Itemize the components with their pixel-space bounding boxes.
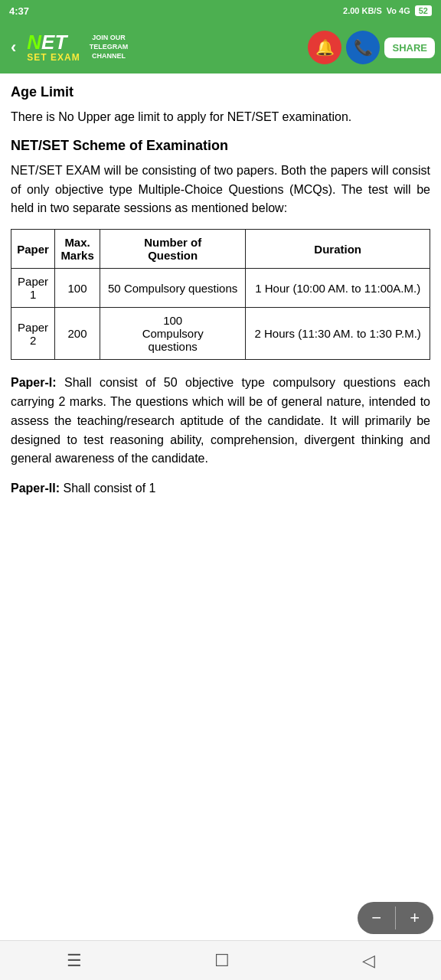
- age-limit-title: Age Limit: [11, 84, 430, 100]
- telegram-label: JOIN OUR TELEGRAM CHANNEL: [90, 34, 129, 60]
- zoom-out-button[interactable]: −: [358, 902, 395, 934]
- paper1-name: Paper1: [11, 269, 55, 308]
- signal-indicator: Vo 4G: [387, 6, 410, 15]
- scheme-text: NET/SET EXAM will be consisting of two p…: [11, 162, 430, 218]
- status-time: 4:37: [9, 5, 29, 17]
- logo-container: NET SET EXAM: [27, 32, 80, 63]
- status-right: 2.00 KB/S Vo 4G 52: [343, 5, 432, 16]
- paper1-marks: 100: [55, 269, 100, 308]
- paper2-duration: 2 Hours (11:30 AM. to 1:30 P.M.): [246, 308, 430, 360]
- logo-subtitle: SET EXAM: [27, 52, 80, 63]
- paper1-title-inline: Paper-I:: [11, 376, 57, 389]
- paper2-name: Paper2: [11, 308, 55, 360]
- zoom-controls: − +: [358, 902, 433, 934]
- telegram-line1: JOIN OUR: [92, 34, 126, 43]
- share-button[interactable]: SHARE: [384, 38, 435, 58]
- bottom-navigation: ☰ ☐ ◁: [0, 940, 441, 980]
- age-limit-text: There is No Upper age limit to apply for…: [11, 108, 430, 127]
- logo-et: ET: [41, 31, 67, 54]
- table-header-row: Paper Max.Marks Number ofQuestion Durati…: [11, 230, 430, 269]
- col-paper: Paper: [11, 230, 55, 269]
- back-button[interactable]: ‹: [6, 38, 21, 57]
- back-nav-icon[interactable]: ◁: [362, 951, 375, 971]
- paper1-body: Shall consist of 50 objective type compu…: [11, 376, 430, 465]
- network-speed: 2.00 KB/S: [343, 6, 382, 15]
- menu-icon[interactable]: ☰: [67, 951, 82, 971]
- battery-indicator: 52: [415, 5, 432, 16]
- exam-scheme-table: Paper Max.Marks Number ofQuestion Durati…: [11, 229, 430, 360]
- col-marks: Max.Marks: [55, 230, 100, 269]
- paper2-title-inline: Paper-II:: [11, 482, 60, 495]
- header-icons: 🔔 📞 SHARE: [308, 31, 435, 64]
- paper2-body: Shall consist of 1: [63, 482, 155, 495]
- paper1-duration: 1 Hour (10:00 AM. to 11:00A.M.): [246, 269, 430, 308]
- main-content: Age Limit There is No Upper age limit to…: [0, 74, 441, 570]
- paper2-description: Paper-II: Shall consist of 1: [11, 479, 430, 498]
- paper1-questions: 50 Compulsory questions: [100, 269, 245, 308]
- notification-bell-icon[interactable]: 🔔: [308, 31, 341, 64]
- telegram-line2: TELEGRAM: [90, 43, 129, 52]
- bell-symbol: 🔔: [315, 38, 335, 57]
- app-header: ‹ NET SET EXAM JOIN OUR TELEGRAM CHANNEL…: [0, 21, 441, 74]
- phone-symbol: 📞: [354, 38, 373, 57]
- paper2-questions: 100Compulsoryquestions: [100, 308, 245, 360]
- table-row: Paper1 100 50 Compulsory questions 1 Hou…: [11, 269, 430, 308]
- zoom-in-button[interactable]: +: [396, 902, 433, 934]
- scheme-title: NET/SET Scheme of Examination: [11, 138, 430, 154]
- telegram-line3: CHANNEL: [92, 52, 126, 61]
- col-duration: Duration: [246, 230, 430, 269]
- home-icon[interactable]: ☐: [214, 951, 230, 971]
- table-row: Paper2 200 100Compulsoryquestions 2 Hour…: [11, 308, 430, 360]
- col-questions: Number ofQuestion: [100, 230, 245, 269]
- paper1-description: Paper-I: Shall consist of 50 objective t…: [11, 374, 430, 469]
- paper2-marks: 200: [55, 308, 100, 360]
- status-bar: 4:37 2.00 KB/S Vo 4G 52: [0, 0, 441, 21]
- phone-icon[interactable]: 📞: [346, 31, 380, 64]
- logo-net: NET: [27, 32, 67, 52]
